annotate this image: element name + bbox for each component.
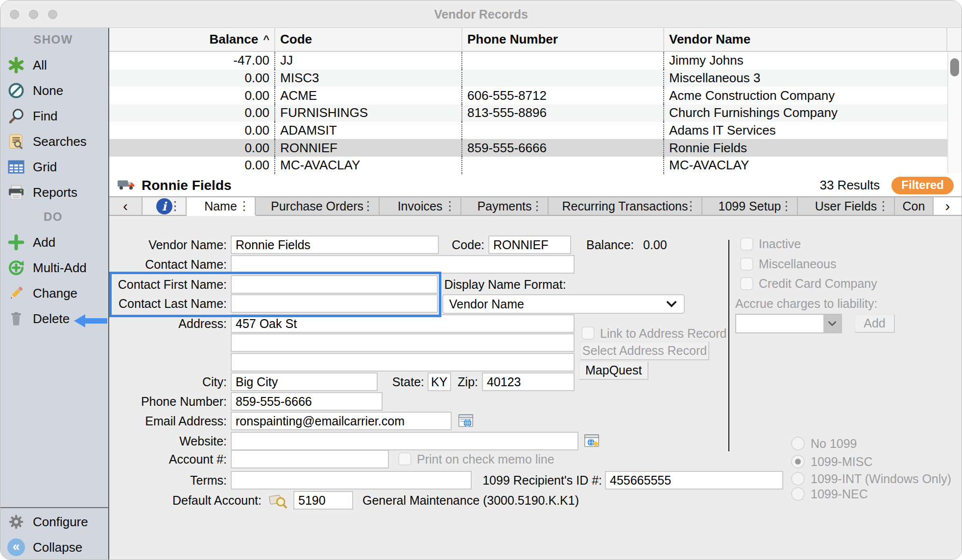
combo-dropdown-button[interactable] [823,315,841,332]
print-memo-checkbox[interactable] [398,452,411,466]
address-line1-input[interactable] [231,314,575,333]
tab-user-fields[interactable]: User Fields⋮ [798,197,895,216]
panel-divider [728,240,729,451]
scroll-search-icon [6,133,26,150]
sidebar-item-configure[interactable]: Configure [0,511,108,533]
record-title: Ronnie Fields [142,178,232,193]
sidebar-item-grid[interactable]: Grid [0,156,108,178]
tab-recurring-transactions[interactable]: Recurring Transactions⋮ [549,197,702,216]
inactive-checkbox[interactable] [740,237,753,251]
contact-name-input[interactable] [231,255,575,274]
sidebar-item-add[interactable]: Add [0,232,108,253]
phone-number-input[interactable] [231,392,383,411]
column-header-phone[interactable]: Phone Number [461,28,663,51]
link-address-checkbox[interactable] [581,327,595,340]
tab-menu-dots-icon[interactable]: ⋮ [362,200,374,212]
open-website-icon[interactable] [583,433,600,452]
tab-menu-dots-icon[interactable]: ⋮ [169,200,181,212]
contact-first-name-label: Contact First Name: [109,275,227,294]
table-row[interactable]: 0.00FURNISHINGS813-555-8896Church Furnis… [109,104,962,122]
sidebar-do-header: DO [0,210,106,224]
recipient-id-label: 1099 Recipient's ID #: [406,471,602,490]
tab-bar: ‹ i ⋮ Name⋮ Purchase Orders⋮ Invoices⋮ P… [109,196,962,216]
terms-label: Terms: [109,471,227,490]
sidebar-item-all[interactable]: All [0,54,108,76]
tab-menu-dots-icon[interactable]: ⋮ [780,200,793,212]
zip-input[interactable] [482,373,575,391]
miscellaneous-label: Miscellaneous [759,255,836,273]
sidebar-item-reports[interactable]: Reports [0,182,108,203]
circular-plus-icon [6,259,26,277]
table-scrollbar[interactable] [947,52,962,173]
tab-purchase-orders[interactable]: Purchase Orders⋮ [256,197,380,216]
window-title: Vendor Records [0,0,962,28]
tab-name[interactable]: Name⋮ [187,197,256,216]
sidebar-item-searches[interactable]: Searches [0,131,108,152]
sidebar-item-change[interactable]: Change [0,282,108,304]
select-address-record-button[interactable]: Select Address Record [580,342,709,360]
table-row[interactable]: 0.00ACME606-555-8712Acme Construction Co… [109,87,962,104]
tab-scroll-right-button[interactable]: › [934,197,962,216]
inactive-label: Inactive [759,234,801,253]
column-header-balance[interactable]: Balance ^ [109,28,274,51]
zoom-window-button[interactable] [48,10,57,19]
1099-nec-radio[interactable] [791,487,805,501]
table-row-selected[interactable]: 0.00RONNIEF859-555-6666Ronnie Fields [109,139,962,157]
contact-first-name-input[interactable] [231,275,438,294]
address-line3-input[interactable] [231,353,575,372]
tab-payments[interactable]: Payments⋮ [461,197,549,216]
close-window-button[interactable] [10,10,19,19]
tab-menu-dots-icon[interactable]: ⋮ [877,200,890,212]
minimize-window-button[interactable] [29,10,38,19]
accrue-liability-combobox[interactable] [735,314,842,333]
tab-contacts-truncated[interactable]: Con [895,197,934,216]
send-email-icon[interactable] [457,413,474,432]
code-input[interactable] [488,235,571,254]
tab-scroll-left-button[interactable]: ‹ [109,197,143,216]
table-row[interactable]: 0.00MC-AVACLAYMC-AVACLAY [109,157,962,174]
tab-invoices[interactable]: Invoices⋮ [380,197,461,216]
annotation-arrow-left [74,314,107,329]
table-row[interactable]: -47.00JJJimmy Johns [109,52,962,70]
phone-number-label: Phone Number: [109,392,227,411]
1099-int-radio[interactable] [791,472,805,486]
table-row[interactable]: 0.00ADAMSITAdams IT Services [109,122,962,140]
sidebar-item-find[interactable]: Find [0,105,108,127]
1099-misc-radio-selected[interactable] [791,455,805,468]
no-1099-radio[interactable] [791,437,805,450]
default-account-input[interactable] [293,491,353,510]
tab-menu-dots-icon[interactable]: ⋮ [238,200,250,212]
sidebar-item-multi-add[interactable]: Multi-Add [0,257,108,279]
scrollbar-thumb[interactable] [950,58,959,76]
account-number-input[interactable] [231,450,389,468]
magnifier-icon [6,107,26,125]
asterisk-icon [6,57,26,73]
address-line2-input[interactable] [231,333,575,352]
table-row[interactable]: 0.00MISC3Miscellaneous 3 [109,70,962,87]
accrue-add-button[interactable]: Add [855,314,895,333]
recipient-id-input[interactable] [605,471,783,490]
website-input[interactable] [231,432,578,450]
credit-card-company-checkbox[interactable] [740,277,753,290]
tab-menu-dots-icon[interactable]: ⋮ [444,200,456,212]
account-lookup-icon[interactable] [269,493,288,512]
email-address-input[interactable] [231,412,452,430]
code-label: Code: [386,235,484,254]
column-header-code[interactable]: Code [274,28,461,51]
tab-info[interactable]: i ⋮ [143,197,187,216]
sidebar-item-none[interactable]: None [0,80,108,101]
filtered-badge[interactable]: Filtered [891,177,954,194]
tab-menu-dots-icon[interactable]: ⋮ [531,200,543,212]
miscellaneous-checkbox[interactable] [740,257,753,271]
column-header-vendor-name[interactable]: Vendor Name [663,28,947,51]
contact-last-name-input[interactable] [231,294,438,313]
tab-menu-dots-icon[interactable]: ⋮ [685,200,697,212]
sidebar-item-collapse[interactable]: « Collapse [0,537,108,558]
display-name-format-dropdown[interactable]: Vendor Name [442,294,685,314]
vendor-table: Balance ^ Code Phone Number Vendor Name … [109,28,962,174]
zip-label: Zip: [380,373,478,391]
mapquest-button[interactable]: MapQuest [579,361,649,380]
pencil-icon [6,284,26,302]
accrue-liability-label: Accrue charges to liability: [735,294,877,313]
tab-1099-setup[interactable]: 1099 Setup⋮ [702,197,798,216]
